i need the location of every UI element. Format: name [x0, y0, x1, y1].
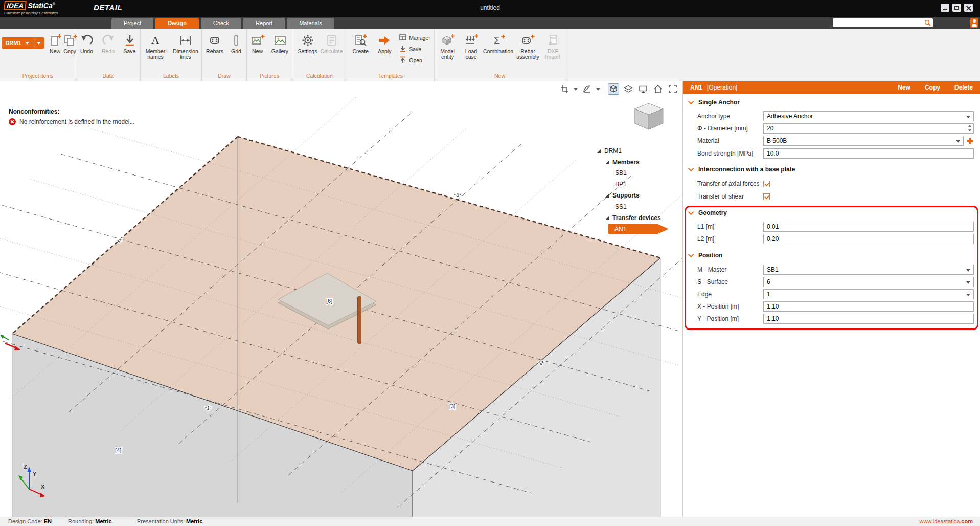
- grid-icon: [229, 32, 243, 49]
- l1-input[interactable]: 0.01: [763, 222, 974, 232]
- material-dropdown[interactable]: B 500B: [763, 136, 964, 146]
- axonometry-view-icon[interactable]: [608, 83, 619, 95]
- user-account-icon[interactable]: [970, 18, 978, 28]
- ribbon-calculate-button[interactable]: Calculate: [320, 31, 344, 54]
- geometry-section-header[interactable]: Geometry: [690, 209, 727, 216]
- search-box[interactable]: [833, 18, 933, 27]
- y-position-input[interactable]: 1.10: [763, 314, 974, 324]
- tab-design[interactable]: Design: [155, 18, 199, 29]
- ribbon-settings-button[interactable]: Settings: [296, 31, 320, 54]
- fullscreen-icon[interactable]: [667, 83, 678, 95]
- app-logo: IDEA StatiCa® Calculate yesterday's esti…: [4, 1, 58, 15]
- ribbon-gallery-button[interactable]: Gallery: [268, 31, 292, 54]
- tree-group-supports[interactable]: Supports: [605, 191, 640, 200]
- surface-dropdown[interactable]: 6: [763, 277, 974, 287]
- interconnection-section-header[interactable]: Interconnection with a base plate: [690, 166, 795, 173]
- ribbon-copy-project-item-button[interactable]: Copy: [63, 31, 77, 54]
- ribbon-group-templates: Create Apply Manager Save: [347, 29, 435, 81]
- project-item-combo[interactable]: DRM1: [2, 37, 44, 49]
- ribbon-rebars-button[interactable]: Rebars: [203, 31, 226, 54]
- ribbon-new-picture-button[interactable]: New: [247, 31, 268, 54]
- ribbon-save-button[interactable]: Save: [119, 31, 140, 54]
- layers-icon[interactable]: [623, 83, 634, 95]
- clipping-dropdown-chevron[interactable]: [574, 88, 578, 91]
- tree-item-ss1[interactable]: SS1: [615, 202, 627, 211]
- tab-report[interactable]: Report: [243, 18, 285, 29]
- tab-materials[interactable]: Materials: [287, 18, 334, 29]
- panel-copy-button[interactable]: Copy: [925, 84, 940, 91]
- expander-icon[interactable]: [605, 193, 609, 198]
- measure-angle-icon[interactable]: [581, 83, 592, 95]
- group-caption: Calculation: [292, 72, 347, 81]
- position-section-header[interactable]: Position: [690, 252, 722, 259]
- ribbon-grid-button[interactable]: Grid: [227, 31, 245, 54]
- copy-icon: [63, 32, 77, 49]
- ribbon-template-manager-button[interactable]: Manager: [399, 33, 430, 42]
- expander-icon[interactable]: [605, 216, 609, 220]
- logo-idea: IDEA: [4, 1, 27, 10]
- ribbon-dxf-import-button[interactable]: DXF DXF Import: [542, 31, 564, 60]
- tree-group-transfer-devices[interactable]: Transfer devices: [605, 213, 661, 223]
- 3d-viewport[interactable]: -3' -4' -1' -2' [3] [4] [6] Z: [0, 81, 683, 517]
- ribbon-undo-button[interactable]: Undo: [76, 31, 97, 54]
- single-anchor-section-header[interactable]: Single Anchor: [690, 99, 740, 106]
- home-view-icon[interactable]: [652, 83, 664, 95]
- svg-text:Z: Z: [24, 464, 27, 470]
- ribbon-member-names-button[interactable]: A Member names: [141, 31, 170, 60]
- ribbon-combination-button[interactable]: Σ Combination: [483, 31, 514, 54]
- diameter-input[interactable]: 20: [763, 123, 974, 134]
- ribbon-template-save-button[interactable]: Save: [399, 45, 430, 54]
- master-dropdown[interactable]: SB1: [763, 265, 974, 275]
- tree-group-members[interactable]: Members: [605, 158, 640, 167]
- edge-dropdown[interactable]: 1: [763, 289, 974, 299]
- member-names-icon: A: [148, 32, 163, 49]
- ribbon-rebar-assembly-button[interactable]: Rebar assembly: [515, 31, 541, 60]
- ribbon-model-entity-button[interactable]: Model entity: [436, 31, 460, 60]
- measure-dropdown-chevron[interactable]: [596, 88, 600, 91]
- maximize-button[interactable]: [952, 4, 961, 12]
- tree-item-sb1[interactable]: SB1: [615, 168, 627, 178]
- ribbon-load-case-button[interactable]: Load case: [461, 31, 482, 60]
- add-material-button[interactable]: [966, 137, 974, 145]
- axial-forces-checkbox[interactable]: [763, 181, 770, 187]
- ribbon-create-template-button[interactable]: Create: [349, 31, 372, 54]
- tab-check[interactable]: Check: [201, 18, 241, 29]
- anchor-type-dropdown[interactable]: Adhesive Anchor: [763, 111, 974, 121]
- minimize-button[interactable]: [941, 4, 949, 12]
- redo-icon: [101, 32, 116, 49]
- clipping-box-icon[interactable]: [559, 83, 570, 95]
- x-position-input[interactable]: 1.10: [763, 301, 974, 312]
- diameter-spinner[interactable]: [968, 125, 972, 132]
- panel-delete-button[interactable]: Delete: [954, 84, 973, 91]
- group-caption: Pictures: [247, 72, 292, 81]
- l2-input[interactable]: 0.20: [763, 234, 974, 244]
- ribbon-apply-template-button[interactable]: Apply: [373, 31, 396, 54]
- ribbon-dimension-lines-button[interactable]: Dimension lines: [170, 31, 201, 60]
- tab-project[interactable]: Project: [111, 18, 153, 29]
- display-mode-icon[interactable]: [637, 83, 649, 95]
- expander-icon[interactable]: [597, 149, 601, 153]
- master-label: M - Master: [697, 266, 763, 273]
- expander-icon[interactable]: [605, 160, 609, 164]
- dimension-lines-icon: [178, 32, 193, 49]
- svg-text:Σ: Σ: [493, 35, 499, 46]
- website-link[interactable]: www.ideastatica.com: [919, 518, 973, 524]
- x-position-label: X - Position [m]: [697, 303, 763, 310]
- error-icon: [9, 118, 16, 125]
- app-window: IDEA StatiCa® Calculate yesterday's esti…: [0, 0, 980, 526]
- ribbon-new-project-item-button[interactable]: New: [48, 31, 62, 54]
- navigation-cube[interactable]: [631, 100, 666, 133]
- close-button[interactable]: [964, 4, 973, 12]
- ribbon-template-open-button[interactable]: Open: [399, 56, 430, 65]
- diameter-label: Φ - Diameter [mm]: [697, 125, 763, 132]
- scene-3d[interactable]: -3' -4' -1' -2' [3] [4] [6] Z: [0, 81, 683, 517]
- search-input[interactable]: [833, 19, 924, 26]
- tree-item-root[interactable]: DRM1: [597, 146, 622, 156]
- shear-checkbox[interactable]: [763, 193, 770, 200]
- tree-item-an1-selected[interactable]: AN1: [608, 224, 669, 234]
- ribbon-redo-button[interactable]: Redo: [98, 31, 119, 54]
- panel-new-button[interactable]: New: [898, 84, 910, 91]
- tree-item-bp1[interactable]: BP1: [615, 180, 627, 189]
- anchor-rod[interactable]: [358, 296, 361, 344]
- bond-strength-input[interactable]: 10.0: [763, 148, 974, 159]
